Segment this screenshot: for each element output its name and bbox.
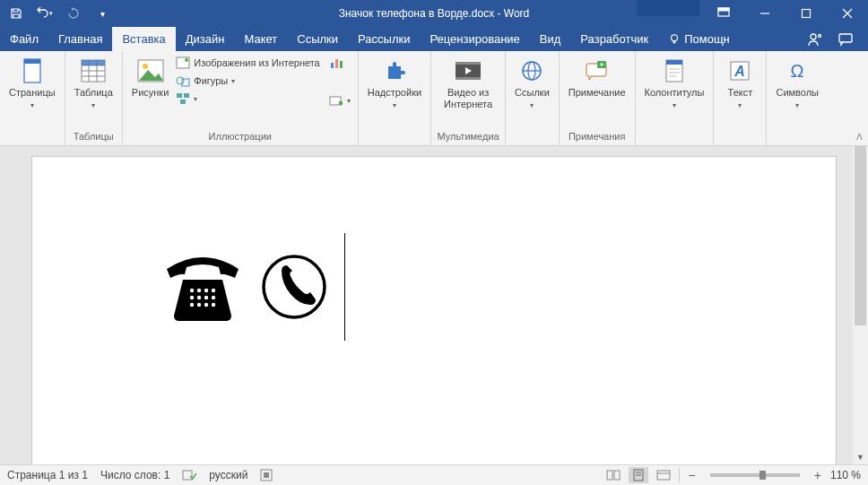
svg-rect-28 [180,100,186,104]
save-button[interactable] [5,3,27,24]
redo-button[interactable] [63,3,84,24]
chevron-down-icon: ▾ [30,100,34,111]
phone-handset-circle-icon [260,253,328,321]
smartart-icon [176,91,190,106]
smartart-button[interactable]: ▾ [174,91,321,107]
text-label: Текст [728,87,753,99]
zoom-in-button[interactable]: + [811,468,825,482]
chart-button[interactable] [327,55,352,71]
minimize-button[interactable] [744,0,786,27]
screenshot-button[interactable]: ▾ [327,92,352,108]
online-images-button[interactable]: Изображения из Интернета [174,55,321,71]
tab-references[interactable]: Ссылки [287,27,348,51]
svg-point-56 [212,296,215,299]
text-button[interactable]: A Текст ▾ [719,55,760,113]
svg-point-57 [190,303,194,307]
zoom-slider-thumb[interactable] [760,471,766,480]
scrollbar-thumb[interactable] [855,146,866,325]
table-label: Таблица [74,87,113,99]
pages-label: Страницы [9,87,56,99]
title-bar: ▾ ▾ Значок телефона в Ворде.docx - Word [0,0,868,27]
quick-access-toolbar: ▾ ▾ [0,3,113,24]
tab-review[interactable]: Рецензирование [420,27,529,51]
svg-rect-70 [657,471,670,480]
vertical-scrollbar[interactable]: ▲ ▼ [853,146,868,464]
shapes-button[interactable]: Фигуры ▾ [174,73,321,89]
page-canvas[interactable] [32,157,836,464]
page-indicator[interactable]: Страница 1 из 1 [7,469,88,481]
close-button[interactable] [827,0,868,27]
addins-button[interactable]: Надстройки ▾ [364,55,425,113]
video-icon [454,56,482,85]
svg-rect-62 [183,471,192,480]
svg-rect-45 [666,60,682,65]
online-video-button[interactable]: Видео из Интернета [437,55,499,112]
tab-mailings[interactable]: Рассылки [348,27,420,51]
addins-icon [380,56,409,85]
document-area: ▲ ▼ [0,146,868,464]
svg-point-59 [204,303,208,307]
chevron-down-icon: ▾ [91,100,95,111]
svg-rect-31 [340,61,343,68]
scroll-down-button[interactable]: ▼ [853,449,868,464]
headers-button[interactable]: Колонтитулы ▾ [641,55,708,113]
macro-record-button[interactable] [260,469,273,481]
svg-point-51 [204,289,208,292]
pictures-button[interactable]: Рисунки [128,55,173,100]
svg-point-9 [819,34,821,37]
collapse-ribbon-button[interactable]: ᐱ [856,132,863,142]
comment-button[interactable]: Примечание [565,55,629,100]
svg-text:Ω: Ω [791,61,804,81]
shapes-icon [176,74,190,88]
screenshot-icon [329,93,343,108]
share-icon[interactable] [807,31,823,48]
pages-button[interactable]: Страницы ▾ [5,55,59,113]
link-icon [517,56,546,85]
svg-rect-65 [607,471,612,480]
language-indicator[interactable]: русский [209,469,247,481]
tab-layout[interactable]: Макет [234,27,287,51]
links-label: Ссылки [515,87,550,99]
user-label[interactable] [637,0,699,16]
svg-rect-12 [24,59,40,64]
svg-point-54 [197,296,201,299]
ribbon: Страницы ▾ Таблица ▾ Таблицы Рисунки Изо… [0,51,868,146]
svg-rect-35 [456,62,481,65]
svg-point-52 [212,289,215,292]
phone-rotary-icon [158,251,247,323]
group-text: A Текст ▾ [714,51,767,145]
ribbon-options-button[interactable] [703,0,744,27]
svg-rect-3 [803,10,811,18]
zoom-slider[interactable] [710,473,800,477]
group-pages-label [5,129,59,145]
svg-rect-19 [82,60,105,65]
group-headers: Колонтитулы ▾ [636,51,715,145]
comments-icon[interactable] [838,31,854,48]
maximize-button[interactable] [786,0,827,27]
tab-design[interactable]: Дизайн [176,27,235,51]
spellcheck-button[interactable] [182,469,196,481]
tab-file[interactable]: Файл [0,27,48,51]
tab-view[interactable]: Вид [530,27,571,51]
symbols-button[interactable]: Ω Символы ▾ [772,55,822,113]
group-tables-label: Таблицы [71,129,117,145]
word-count[interactable]: Число слов: 1 [100,469,169,481]
links-button[interactable]: Ссылки ▾ [511,55,553,113]
tab-developer[interactable]: Разработчик [570,27,658,51]
print-layout-button[interactable] [629,467,648,483]
table-button[interactable]: Таблица ▾ [71,55,117,113]
undo-button[interactable]: ▾ [34,3,56,24]
group-media-label: Мультимедиа [437,129,499,145]
qat-customize-button[interactable]: ▾ [91,3,113,24]
svg-point-55 [204,296,208,299]
online-images-icon [176,56,190,70]
read-mode-button[interactable] [603,467,623,483]
zoom-level[interactable]: 110 % [830,469,861,481]
tell-me[interactable]: Помощн [658,27,740,51]
zoom-out-button[interactable]: − [685,468,699,482]
tab-home[interactable]: Главная [48,27,112,51]
tell-me-label: Помощн [684,32,730,46]
group-pages: Страницы ▾ [0,51,65,145]
web-layout-button[interactable] [654,467,673,483]
tab-insert[interactable]: Вставка [112,27,175,51]
